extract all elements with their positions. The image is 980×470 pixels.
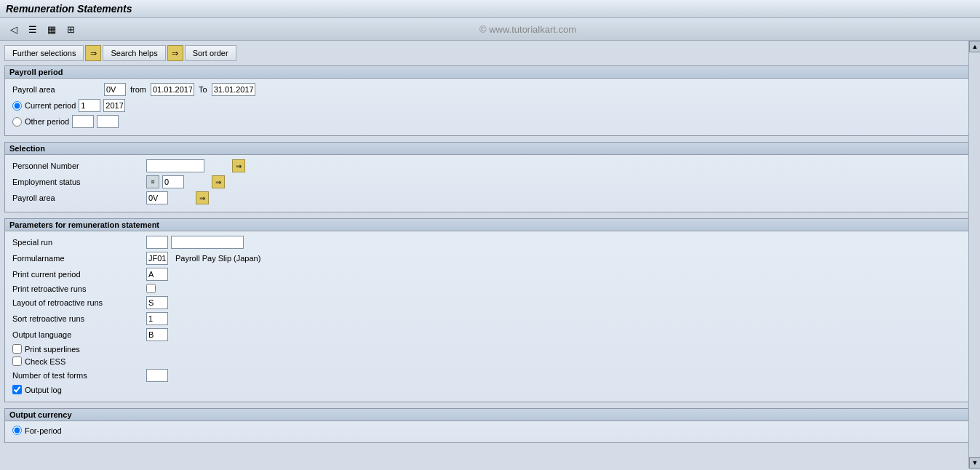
other-period-row: Other period: [12, 115, 966, 128]
special-run-label: Special run: [12, 238, 143, 247]
output-language-label: Output language: [12, 330, 143, 339]
print-current-period-label: Print current period: [12, 270, 143, 279]
print-current-period-row: Print current period: [12, 268, 966, 281]
selection-payroll-area-label: Payroll area: [12, 194, 143, 202]
output-currency-body: For-period: [5, 421, 973, 442]
num-test-forms-label: Number of test forms: [12, 371, 143, 380]
toolbar: ◁ ☰ ▦ ⊞ © www.tutorialkart.com: [0, 18, 980, 41]
watermark: © www.tutorialkart.com: [81, 24, 974, 35]
other-period-radio[interactable]: [12, 117, 22, 127]
special-run-input2[interactable]: [171, 236, 244, 249]
output-language-input[interactable]: [146, 328, 168, 341]
special-run-input1[interactable]: [146, 236, 168, 249]
personnel-number-arrow[interactable]: ⇒: [232, 159, 245, 172]
sort-order-button[interactable]: Sort order: [185, 45, 236, 61]
other-period-num-input[interactable]: [72, 115, 94, 128]
scroll-track[interactable]: [969, 52, 980, 457]
print-superlines-row: Print superlines: [12, 344, 966, 354]
scroll-down-button[interactable]: ▼: [969, 457, 980, 469]
check-ess-label: Check ESS: [25, 357, 65, 366]
personnel-number-row: Personnel Number ⇒: [12, 159, 966, 172]
other-period-year-input[interactable]: [97, 115, 119, 128]
check-ess-checkbox[interactable]: [12, 357, 22, 366]
formularname-input[interactable]: [146, 252, 168, 265]
print-superlines-checkbox[interactable]: [12, 344, 22, 354]
output-currency-section: Output currency For-period: [4, 408, 974, 443]
payroll-period-body: Payroll area from To Current period Othe…: [5, 79, 973, 135]
arrow1-button[interactable]: ⇒: [85, 45, 101, 61]
print-retroactive-checkbox[interactable]: [146, 284, 156, 293]
title-bar: Remuneration Statements: [0, 0, 980, 18]
menu-icon[interactable]: ☰: [25, 21, 41, 37]
for-period-label: For-period: [25, 426, 62, 435]
scrollbar: ▲ ▼: [968, 41, 980, 469]
layout-retroactive-input[interactable]: [146, 296, 168, 309]
payroll-period-section: Payroll period Payroll area from To Curr…: [4, 65, 974, 136]
current-period-label: Current period: [25, 101, 76, 110]
parameters-section: Parameters for remuneration statement Sp…: [4, 218, 974, 402]
layout-retroactive-row: Layout of retroactive runs: [12, 296, 966, 309]
grid-icon[interactable]: ▦: [44, 21, 60, 37]
sort-retroactive-row: Sort retroactive runs: [12, 312, 966, 325]
current-period-year-input[interactable]: [103, 99, 125, 112]
formularname-desc: Payroll Pay Slip (Japan): [175, 254, 260, 263]
formularname-row: Formularname Payroll Pay Slip (Japan): [12, 252, 966, 265]
back-icon[interactable]: ◁: [6, 21, 22, 37]
employment-status-label: Employment status: [12, 178, 143, 186]
output-currency-header: Output currency: [5, 409, 973, 421]
print-current-period-input[interactable]: [146, 268, 168, 281]
payroll-area-label: Payroll area: [12, 85, 100, 94]
personnel-number-label: Personnel Number: [12, 162, 143, 170]
parameters-header: Parameters for remuneration statement: [5, 219, 973, 231]
layout-icon[interactable]: ⊞: [63, 21, 79, 37]
scroll-up-button[interactable]: ▲: [969, 41, 980, 52]
for-period-radio[interactable]: [12, 426, 22, 435]
current-period-radio[interactable]: [12, 101, 22, 111]
employment-status-input[interactable]: [162, 175, 184, 188]
check-ess-row: Check ESS: [12, 357, 966, 366]
payroll-area-input[interactable]: [104, 83, 126, 96]
num-test-forms-row: Number of test forms: [12, 369, 966, 382]
employment-status-arrow[interactable]: ⇒: [212, 175, 225, 188]
employment-status-multisel[interactable]: ≡: [146, 175, 159, 188]
arrow2-button[interactable]: ⇒: [167, 45, 183, 61]
personnel-number-input[interactable]: [146, 159, 204, 172]
for-period-row: For-period: [12, 426, 966, 435]
app-title: Remuneration Statements: [6, 3, 132, 15]
from-label: from: [130, 85, 146, 94]
print-superlines-label: Print superlines: [25, 345, 80, 354]
employment-status-row: Employment status ≡ ⇒: [12, 175, 966, 188]
print-retroactive-row: Print retroactive runs: [12, 284, 966, 293]
output-log-label: Output log: [25, 386, 62, 394]
parameters-body: Special run Formularname Payroll Pay Sli…: [5, 231, 973, 402]
btn-row: Further selections ⇒ Search helps ⇒ Sort…: [4, 45, 974, 61]
current-period-num-input[interactable]: [79, 99, 100, 112]
sort-retroactive-input[interactable]: [146, 312, 168, 325]
output-log-checkbox[interactable]: [12, 385, 22, 394]
payroll-area-row: Payroll area from To: [12, 83, 966, 96]
payroll-period-header: Payroll period: [5, 66, 973, 79]
arrow1-icon: ⇒: [90, 49, 97, 58]
selection-body: Personnel Number ⇒ Employment status ≡ ⇒…: [5, 155, 973, 212]
formularname-label: Formularname: [12, 254, 143, 263]
layout-retroactive-label: Layout of retroactive runs: [12, 298, 143, 307]
search-helps-button[interactable]: Search helps: [103, 45, 165, 61]
num-test-forms-input[interactable]: [146, 369, 168, 382]
from-date-input[interactable]: [151, 83, 194, 96]
further-selections-button[interactable]: Further selections: [4, 45, 84, 61]
selection-section: Selection Personnel Number ⇒ Employment …: [4, 142, 974, 212]
current-period-row: Current period: [12, 99, 966, 112]
to-label: To: [199, 85, 207, 94]
arrow2-icon: ⇒: [172, 49, 178, 58]
output-language-row: Output language: [12, 328, 966, 341]
other-period-label: Other period: [25, 117, 69, 126]
selection-payroll-area-input[interactable]: [146, 191, 168, 204]
selection-payroll-area-row: Payroll area ⇒: [12, 191, 966, 204]
output-log-row: Output log: [12, 385, 966, 394]
selection-payroll-area-arrow[interactable]: ⇒: [196, 191, 209, 204]
selection-header: Selection: [5, 143, 973, 155]
main-content: Further selections ⇒ Search helps ⇒ Sort…: [0, 41, 980, 469]
print-retroactive-label: Print retroactive runs: [12, 284, 143, 293]
to-date-input[interactable]: [212, 83, 255, 96]
special-run-row: Special run: [12, 236, 966, 249]
